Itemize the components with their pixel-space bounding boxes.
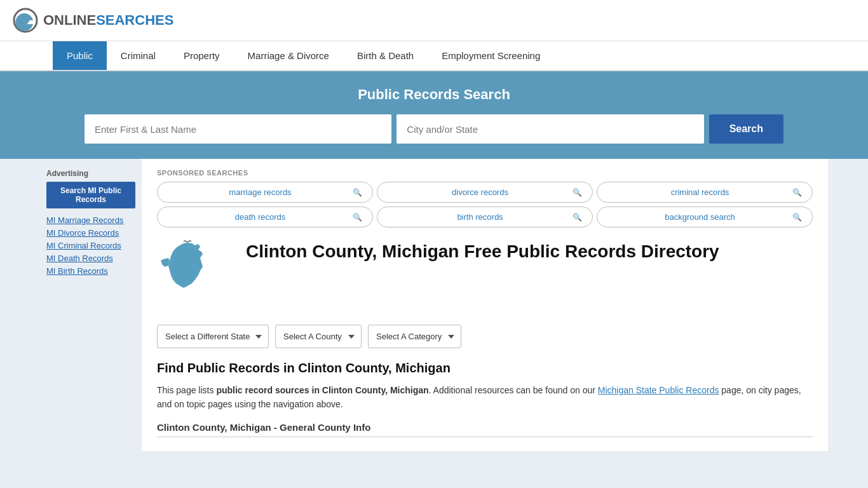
county-section: Clinton County, Michigan Free Public Rec… — [157, 240, 813, 312]
nav-item-criminal[interactable]: Criminal — [107, 41, 170, 70]
sponsored-item-marriage[interactable]: marriage records 🔍 — [157, 182, 373, 203]
nav-item-property[interactable]: Property — [170, 41, 234, 70]
search-icon-death: 🔍 — [353, 213, 362, 222]
mi-criminal-link[interactable]: MI Criminal Records — [46, 241, 121, 250]
hero-title: Public Records Search — [13, 86, 855, 103]
sidebar-links: MI Marriage Records MI Divorce Records M… — [46, 215, 135, 276]
find-text-bold: public record sources in Clinton County,… — [216, 385, 428, 395]
category-dropdown[interactable]: Select A Category — [368, 325, 461, 348]
general-info-header: Clinton County, Michigan - General Count… — [157, 422, 813, 437]
find-text-1: This page lists — [157, 385, 216, 395]
find-description: This page lists public record sources in… — [157, 383, 813, 412]
list-item: MI Marriage Records — [46, 215, 135, 225]
list-item: MI Death Records — [46, 253, 135, 263]
nav-item-employment[interactable]: Employment Screening — [428, 41, 554, 70]
mi-marriage-link[interactable]: MI Marriage Records — [46, 215, 123, 225]
svg-point-1 — [22, 17, 29, 24]
sponsored-text-background: background search — [607, 212, 792, 222]
dropdowns-row: Select a Different State Select A County… — [157, 325, 813, 348]
sidebar-ad-button[interactable]: Search MI Public Records — [46, 182, 135, 208]
list-item: MI Criminal Records — [46, 240, 135, 250]
name-input[interactable] — [85, 114, 391, 144]
sponsored-item-birth[interactable]: birth records 🔍 — [377, 207, 593, 227]
search-bar: Search — [85, 114, 783, 144]
sidebar: Advertising Search MI Public Records MI … — [40, 159, 142, 451]
search-icon-birth: 🔍 — [573, 213, 582, 222]
find-section: Find Public Records in Clinton County, M… — [157, 361, 813, 437]
sponsored-label: SPONSORED SEARCHES — [157, 169, 813, 177]
county-title-block: Clinton County, Michigan Free Public Rec… — [246, 240, 719, 312]
sponsored-item-death[interactable]: death records 🔍 — [157, 207, 373, 227]
search-icon-background: 🔍 — [792, 213, 802, 222]
header: ONLINESEARCHES — [0, 0, 868, 41]
search-button[interactable]: Search — [709, 114, 783, 144]
search-icon-divorce: 🔍 — [573, 188, 582, 197]
search-icon-criminal: 🔍 — [792, 188, 802, 197]
sponsored-item-background[interactable]: background search 🔍 — [597, 207, 813, 227]
michigan-map-icon — [157, 240, 220, 310]
sponsored-text-marriage: marriage records — [168, 187, 353, 197]
nav-item-public[interactable]: Public — [53, 41, 107, 70]
sidebar-ad-label: Advertising — [46, 169, 135, 178]
sponsored-text-divorce: divorce records — [388, 187, 573, 197]
logo-text: ONLINESEARCHES — [43, 12, 173, 29]
state-map — [157, 240, 233, 312]
content-area: SPONSORED SEARCHES marriage records 🔍 di… — [142, 159, 828, 451]
michigan-state-link[interactable]: Michigan State Public Records — [598, 385, 719, 395]
sponsored-text-criminal: criminal records — [607, 187, 792, 197]
location-input[interactable] — [397, 114, 703, 144]
sponsored-item-divorce[interactable]: divorce records 🔍 — [377, 182, 593, 203]
county-dropdown[interactable]: Select A County — [275, 325, 362, 348]
sponsored-text-death: death records — [168, 212, 353, 222]
main-nav: Public Criminal Property Marriage & Divo… — [0, 41, 868, 71]
logo-icon — [13, 8, 38, 33]
nav-item-birth-death[interactable]: Birth & Death — [343, 41, 428, 70]
mi-birth-link[interactable]: MI Birth Records — [46, 266, 108, 276]
search-icon-marriage: 🔍 — [353, 188, 362, 197]
sponsored-text-birth: birth records — [388, 212, 573, 222]
logo: ONLINESEARCHES — [13, 8, 173, 33]
mi-divorce-link[interactable]: MI Divorce Records — [46, 228, 119, 238]
sponsored-grid: marriage records 🔍 divorce records 🔍 cri… — [157, 182, 813, 227]
main-container: Advertising Search MI Public Records MI … — [40, 159, 828, 451]
list-item: MI Divorce Records — [46, 227, 135, 238]
find-text-2: . Additional resources can be found on o… — [429, 385, 598, 395]
state-dropdown[interactable]: Select a Different State — [157, 325, 269, 348]
sponsored-item-criminal[interactable]: criminal records 🔍 — [597, 182, 813, 203]
mi-death-link[interactable]: MI Death Records — [46, 254, 113, 263]
list-item: MI Birth Records — [46, 266, 135, 276]
find-title: Find Public Records in Clinton County, M… — [157, 361, 813, 376]
nav-item-marriage-divorce[interactable]: Marriage & Divorce — [234, 41, 343, 70]
hero-section: Public Records Search Search — [0, 71, 868, 159]
county-title: Clinton County, Michigan Free Public Rec… — [246, 240, 719, 263]
